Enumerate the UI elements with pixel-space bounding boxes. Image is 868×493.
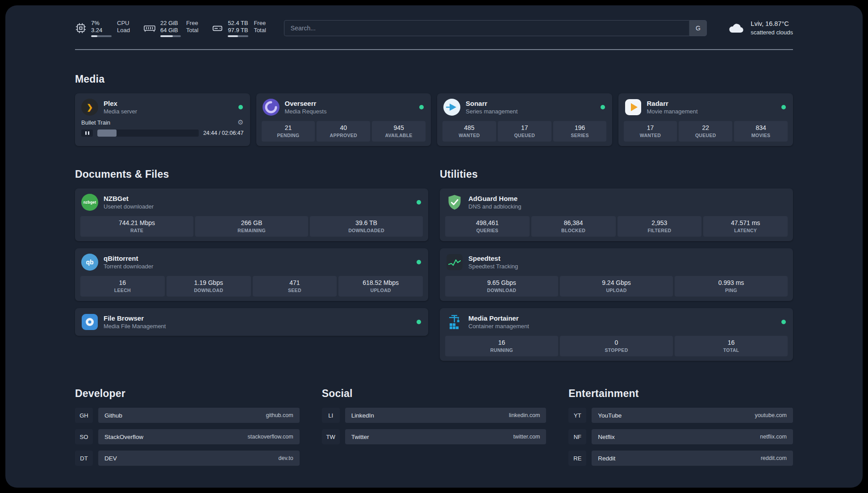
section-title-documents: Documents & Files [75, 168, 428, 180]
stat-label: MOVIES [736, 133, 786, 138]
stat-label: SEED [255, 288, 335, 293]
bookmark-pill: Reddit reddit.com [592, 451, 793, 466]
stat-tile: 1.19 Gbps DOWNLOAD [167, 276, 251, 297]
bookmark-youtube[interactable]: YT YouTube youtube.com [568, 408, 793, 423]
pause-button[interactable] [81, 130, 93, 137]
stat-value: 2,953 [619, 219, 700, 226]
service-titles: File Browser Media File Management [104, 314, 411, 330]
stat-label: DOWNLOAD [168, 288, 249, 293]
bookmark-github[interactable]: GH Github github.com [75, 408, 300, 423]
cpu-widget: 7% 3.24 CPU Load [75, 20, 130, 37]
stat-tile: 485 WANTED [442, 121, 496, 142]
bookmark-stackoverflow[interactable]: SO StackOverflow stackoverflow.com [75, 429, 300, 444]
service-stats: 485 WANTED 17 QUEUED 196 SERIES [442, 121, 607, 142]
bookmark-linkedin[interactable]: LI LinkedIn linkedin.com [322, 408, 547, 423]
cpu-bar [91, 35, 112, 37]
status-dot [601, 105, 605, 109]
bookmark-pill: DEV dev.to [98, 451, 300, 466]
stat-value: 266 GB [197, 219, 306, 226]
topbar: 7% 3.24 CPU Load [75, 19, 793, 38]
stat-label: UPLOAD [340, 288, 421, 293]
service-card-plex[interactable]: ❯ Plex Media server Bullet Train ⚙ [75, 93, 250, 146]
bookmark-name: DEV [104, 455, 117, 462]
stat-label: REMAINING [197, 228, 306, 233]
stat-value: 16 [447, 339, 556, 346]
service-card-speedtest[interactable]: Speedtest Speedtest Tracking 9.65 Gbps D… [440, 248, 793, 301]
service-titles: Media Portainer Container management [468, 314, 776, 330]
section-title-media: Media [75, 73, 793, 85]
bookmark-name: LinkedIn [351, 412, 374, 419]
stat-value: 16 [82, 279, 163, 286]
bookmark-list: GH Github github.com SO StackOverflow st… [75, 408, 300, 466]
service-name: qBittorrent [104, 255, 411, 262]
status-dot [238, 105, 243, 109]
stat-tile: 0 STOPPED [560, 336, 673, 356]
service-name: Sonarr [466, 100, 595, 107]
bookmark-pill: YouTube youtube.com [592, 408, 793, 423]
service-card-nzbget[interactable]: nzbget NZBGet Usenet downloader 744.21 M… [75, 188, 428, 241]
service-subtitle: Speedtest Tracking [468, 263, 787, 270]
bookmark-domain: github.com [266, 412, 293, 418]
stat-label: RATE [82, 228, 192, 233]
service-card-sonarr[interactable]: Sonarr Series management 485 WANTED 17 Q… [437, 93, 612, 146]
service-stats: 16 RUNNING 0 STOPPED 16 TOTAL [445, 336, 788, 356]
stat-value: 39.6 TB [312, 219, 421, 226]
stat-value: 618.52 Mbps [340, 279, 421, 286]
bookmark-dev[interactable]: DT DEV dev.to [75, 451, 300, 466]
service-card-overseerr[interactable]: Overseerr Media Requests 21 PENDING 40 A… [256, 93, 431, 146]
service-name: NZBGet [104, 195, 411, 202]
stat-label: WANTED [444, 133, 494, 138]
service-stats: 16 LEECH 1.19 Gbps DOWNLOAD 471 SEED 6 [80, 276, 423, 297]
service-header: Speedtest Speedtest Tracking [445, 253, 788, 272]
qbittorrent-icon: qb [81, 254, 98, 271]
search-provider-button[interactable]: G [689, 20, 707, 36]
bookmark-netflix[interactable]: NF Netflix netflix.com [568, 429, 793, 444]
stat-label: QUERIES [447, 228, 528, 233]
service-subtitle: Usenet downloader [104, 203, 411, 210]
stat-tile: 744.21 Mbps RATE [80, 216, 193, 237]
nzbget-icon: nzbget [81, 194, 98, 211]
stat-tile: 9.65 Gbps DOWNLOAD [445, 276, 558, 297]
bookmark-name: StackOverflow [104, 434, 143, 440]
search-input[interactable] [284, 20, 689, 36]
stat-label: DOWNLOADED [312, 228, 421, 233]
bookmark-group-social: Social LI LinkedIn linkedin.com TW Twitt… [322, 370, 547, 444]
stat-value: 1.19 Gbps [168, 279, 249, 286]
overseerr-icon [263, 99, 280, 116]
stat-tile: 2,953 FILTERED [618, 216, 702, 237]
service-header: nzbget NZBGet Usenet downloader [80, 193, 423, 212]
bookmark-list: YT YouTube youtube.com NF Netflix netfli… [568, 408, 793, 466]
bookmark-domain: netflix.com [760, 434, 787, 440]
service-card-filebrowser[interactable]: File Browser Media File Management [75, 308, 428, 336]
disk-total: 97.9 TB [228, 27, 248, 34]
bookmark-name: Netflix [598, 434, 615, 440]
bookmark-reddit[interactable]: RE Reddit reddit.com [568, 451, 793, 466]
service-card-qbittorrent[interactable]: qb qBittorrent Torrent downloader 16 LEE… [75, 248, 428, 301]
stat-label: UPLOAD [562, 288, 671, 293]
status-dot [417, 320, 421, 324]
service-card-portainer[interactable]: Media Portainer Container management 16 … [440, 308, 793, 361]
disk-data: 52.4 TB 97.9 TB Free Total [228, 20, 266, 37]
stat-tile: 9.24 Gbps UPLOAD [560, 276, 673, 297]
radarr-icon [625, 99, 642, 116]
status-dot [417, 260, 421, 264]
service-subtitle: Movie management [647, 108, 776, 115]
service-card-adguard[interactable]: AdGuard Home DNS and adblocking 498,461 … [440, 188, 793, 241]
bookmark-name: Reddit [598, 455, 615, 462]
service-subtitle: DNS and adblocking [468, 203, 787, 210]
stat-label: DOWNLOAD [447, 288, 556, 293]
bookmark-twitter[interactable]: TW Twitter twitter.com [322, 429, 547, 444]
service-subtitle: Container management [468, 323, 776, 330]
disk-label-top: Free [254, 20, 266, 27]
stat-label: QUEUED [680, 133, 730, 138]
stat-tile: 17 QUEUED [498, 121, 551, 142]
bookmark-name: YouTube [598, 412, 622, 419]
disk-values: 52.4 TB 97.9 TB [228, 20, 248, 37]
now-playing-title: Bullet Train [81, 119, 110, 126]
service-titles: AdGuard Home DNS and adblocking [468, 195, 787, 210]
player-bottom-row: 24:44 / 02:06:47 [81, 130, 244, 137]
gear-icon[interactable]: ⚙ [238, 118, 243, 126]
disk-free: 52.4 TB [228, 20, 248, 27]
stat-label: AVAILABLE [374, 133, 424, 138]
service-card-radarr[interactable]: Radarr Movie management 17 WANTED 22 QUE… [618, 93, 793, 146]
